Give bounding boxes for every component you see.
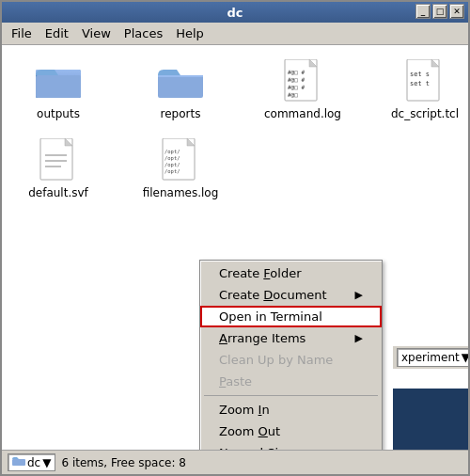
svg-text:#@□ #: #@□ # [288, 84, 305, 90]
folder-mini-icon [12, 455, 25, 469]
textfile-icon-svf [36, 137, 81, 182]
context-menu: Create Folder Create Document ▶ Open in … [199, 260, 383, 450]
logfile-icon-commandlog: #@□ # #@□ # #@□ # #@□ [280, 58, 325, 103]
experiment-dropdown[interactable]: xperiment ▼ [397, 348, 468, 367]
submenu-arrow-arrange: ▶ [355, 332, 363, 344]
ctx-create-document[interactable]: Create Document ▶ [200, 284, 382, 306]
file-label-script: dc_script.tcl [391, 107, 459, 120]
file-item-svf[interactable]: default.svf [11, 134, 105, 203]
menu-bar: File Edit View Places Help [2, 23, 468, 45]
file-label-outputs: outputs [37, 107, 80, 120]
files-grid: outputs reports [2, 45, 468, 213]
status-bar: dc ▼ 6 items, Free space: 8 [2, 450, 468, 474]
file-item-script[interactable]: set s set t dc_script.tcl [378, 55, 468, 124]
menu-file[interactable]: File [6, 24, 38, 42]
file-label-svf: default.svf [28, 186, 88, 199]
submenu-arrow-create-document: ▶ [355, 289, 363, 301]
svg-rect-28 [12, 459, 25, 466]
location-dropdown[interactable]: dc ▼ [8, 453, 55, 471]
menu-view[interactable]: View [76, 24, 117, 42]
ctx-open-terminal[interactable]: Open in Terminal [200, 306, 382, 327]
file-item-reports[interactable]: reports [133, 55, 227, 124]
svg-text:/opt/: /opt/ [164, 155, 180, 162]
right-panel-dropdown-area: xperiment ▼ [393, 346, 468, 369]
location-text: dc [27, 456, 40, 469]
svg-rect-5 [158, 75, 203, 77]
ctx-create-folder[interactable]: Create Folder [200, 262, 382, 284]
scriptfile-icon: set s set t [402, 58, 447, 103]
file-item-filenameslog[interactable]: /opt/ /opt/ /opt/ /opt/ filenames.log [133, 134, 227, 203]
window-title: dc [227, 6, 243, 20]
minimize-button[interactable]: _ [415, 4, 431, 19]
folder-icon-outputs [36, 58, 81, 103]
svg-text:#@□ #: #@□ # [288, 69, 305, 75]
context-menu-separator-1 [204, 395, 378, 396]
file-label-filenameslog: filenames.log [143, 186, 219, 199]
ctx-arrange-items[interactable]: Arrange Items ▶ [200, 327, 382, 349]
window-controls: _ □ ✕ [415, 4, 464, 19]
logfile-icon-filenames: /opt/ /opt/ /opt/ /opt/ [158, 137, 203, 182]
menu-edit[interactable]: Edit [39, 24, 74, 42]
svg-text:set s: set s [410, 71, 430, 78]
dark-panel [393, 389, 468, 450]
file-label-commandlog: command.log [264, 107, 341, 120]
ctx-normal-size[interactable]: Normal Size [200, 442, 382, 450]
file-label-reports: reports [161, 107, 201, 120]
location-arrow-icon: ▼ [42, 456, 51, 469]
status-info: 6 items, Free space: 8 [61, 456, 185, 469]
title-bar: dc _ □ ✕ [2, 2, 468, 23]
svg-rect-4 [158, 75, 203, 98]
svg-text:#@□ #: #@□ # [288, 76, 305, 83]
main-window: dc _ □ ✕ File Edit View Places Help [0, 0, 470, 476]
ctx-clean-up: Clean Up by Name [200, 349, 382, 371]
svg-text:#@□: #@□ [288, 91, 298, 98]
menu-help[interactable]: Help [170, 24, 210, 42]
file-item-commandlog[interactable]: #@□ # #@□ # #@□ # #@□ command.log [256, 55, 350, 124]
dropdown-arrow-icon: ▼ [462, 351, 468, 364]
ctx-zoom-in[interactable]: Zoom In [200, 399, 382, 420]
file-area: outputs reports [2, 45, 468, 450]
maximize-button[interactable]: □ [432, 4, 447, 19]
ctx-zoom-out[interactable]: Zoom Out [200, 420, 382, 442]
svg-text:set t: set t [410, 80, 430, 87]
svg-rect-3 [36, 75, 81, 98]
svg-text:/opt/: /opt/ [164, 162, 180, 168]
experiment-label: xperiment [401, 351, 460, 364]
svg-text:/opt/: /opt/ [164, 149, 180, 155]
folder-icon-reports [158, 58, 203, 103]
menu-places[interactable]: Places [118, 24, 168, 42]
ctx-paste: Paste [200, 371, 382, 392]
file-item-outputs[interactable]: outputs [11, 55, 105, 124]
svg-text:/opt/: /opt/ [164, 168, 180, 175]
close-button[interactable]: ✕ [449, 4, 464, 19]
